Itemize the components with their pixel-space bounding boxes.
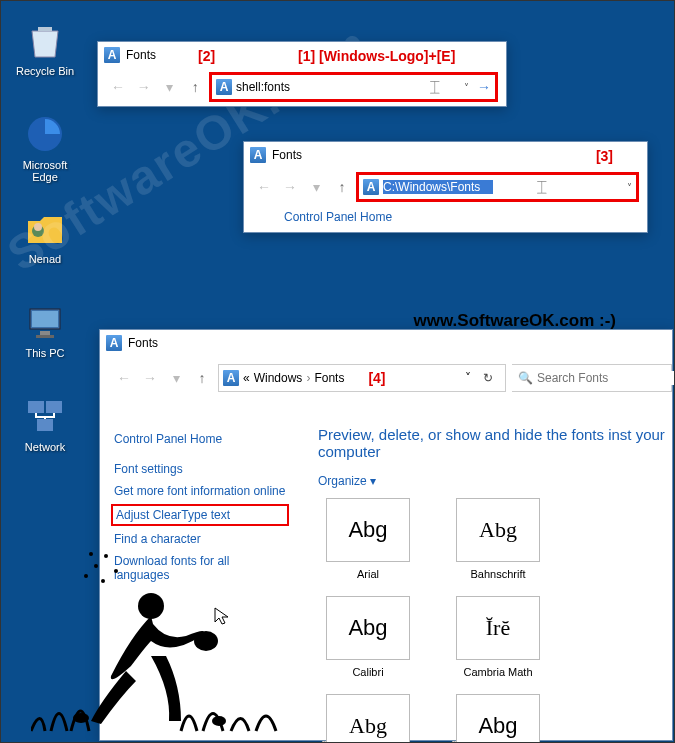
annotation-1: [1] [Windows-Logo]+[E] <box>298 48 455 64</box>
fonts-a-icon: A <box>223 370 239 386</box>
annotation-4: [4] <box>368 370 385 386</box>
font-item-arial[interactable]: AbgArial <box>318 498 418 580</box>
fonts-folder-icon: A <box>250 147 266 163</box>
desktop-icon-network[interactable]: Network <box>9 395 81 453</box>
softwareok-caption: www.SoftwareOK.com :-) <box>414 311 616 331</box>
font-thumbnail: Abg <box>456 694 540 743</box>
desktop-icon-label: Microsoft Edge <box>9 159 81 183</box>
address-bar[interactable]: A ⌶ ˅ → <box>211 74 496 100</box>
nav-forward-button[interactable]: → <box>134 79 154 95</box>
chevron-right-icon: › <box>306 371 310 385</box>
svg-point-12 <box>94 564 98 568</box>
sidebar-link-get-more-font-information-online[interactable]: Get more font information online <box>114 480 286 502</box>
nav-back-button[interactable]: ← <box>108 79 128 95</box>
svg-point-17 <box>89 552 93 556</box>
breadcrumb-seg-fonts[interactable]: Fonts <box>314 371 344 385</box>
network-icon <box>24 395 66 437</box>
font-item-candara[interactable]: AbgCandara <box>318 694 418 743</box>
address-bar[interactable]: A ⌶ ˅ <box>358 174 637 200</box>
go-arrow-icon[interactable]: → <box>477 79 491 95</box>
nav-up-button[interactable]: ↑ <box>185 79 205 95</box>
font-thumbnail: Abg <box>326 498 410 562</box>
this-pc-icon <box>24 301 66 343</box>
address-input[interactable] <box>383 180 493 194</box>
organize-menu[interactable]: Organize ▾ <box>318 474 672 488</box>
breadcrumb[interactable]: A « Windows › Fonts [4] ˅ ↻ <box>218 364 506 392</box>
fonts-folder-icon: A <box>104 47 120 63</box>
svg-point-18 <box>73 713 89 723</box>
recycle-bin-icon <box>24 19 66 61</box>
search-box[interactable]: 🔍 <box>512 364 672 392</box>
font-thumbnail: Abg <box>456 498 540 562</box>
desktop-icon-label: Network <box>9 441 81 453</box>
titlebar[interactable]: A Fonts <box>100 330 672 356</box>
text-cursor-icon: ⌶ <box>430 78 440 96</box>
font-item-calibri[interactable]: AbgCalibri <box>318 596 418 678</box>
font-item-comic-sans-ms[interactable]: AbgComic Sans MS <box>448 694 548 743</box>
content-pane: Preview, delete, or show and hide the fo… <box>310 420 672 740</box>
sidebar-link-adjust-cleartype-text[interactable]: Adjust ClearType text <box>111 504 289 526</box>
chevron-down-icon[interactable]: ˅ <box>464 82 469 93</box>
user-folder-icon <box>24 207 66 249</box>
desktop-icon-this-pc[interactable]: This PC <box>9 301 81 359</box>
desktop-icon-label: Nenad <box>9 253 81 265</box>
desktop-icon-label: Recycle Bin <box>9 65 81 77</box>
window-title: Fonts <box>128 336 158 350</box>
refresh-button[interactable]: ↻ <box>475 371 501 385</box>
svg-rect-4 <box>32 311 58 327</box>
nav-recent-button[interactable]: ▾ <box>166 370 186 386</box>
nav-back-button[interactable]: ← <box>254 179 274 195</box>
font-name-label: Calibri <box>318 666 418 678</box>
desktop-icon-nenad[interactable]: Nenad <box>9 207 81 265</box>
svg-rect-6 <box>36 335 54 338</box>
search-icon: 🔍 <box>518 371 533 385</box>
font-thumbnail: Ĭrĕ <box>456 596 540 660</box>
svg-point-19 <box>212 716 226 726</box>
sidebar-link-font-settings[interactable]: Font settings <box>114 458 286 480</box>
address-input[interactable] <box>236 80 386 94</box>
svg-point-11 <box>194 631 218 651</box>
chevron-down-icon[interactable]: ˅ <box>627 182 632 193</box>
window-title: Fonts <box>126 48 156 62</box>
annotation-2: [2] <box>198 48 215 64</box>
content-headline: Preview, delete, or show and hide the fo… <box>318 426 672 460</box>
font-thumbnail: Abg <box>326 596 410 660</box>
fonts-folder-icon: A <box>106 335 122 351</box>
control-panel-home-link[interactable]: Control Panel Home <box>114 432 286 446</box>
explorer-window-2: A Fonts [3] ← → ▾ ↑ A ⌶ ˅ Control Panel … <box>243 141 648 233</box>
decorative-silhouette <box>31 546 291 741</box>
edge-icon <box>24 113 66 155</box>
svg-rect-8 <box>46 401 62 413</box>
font-item-cambria-math[interactable]: ĬrĕCambria Math <box>448 596 548 678</box>
chevron-down-icon[interactable]: ˅ <box>465 371 471 385</box>
nav-forward-button[interactable]: → <box>140 370 160 386</box>
search-input[interactable] <box>537 371 675 385</box>
svg-point-15 <box>114 569 118 573</box>
svg-rect-7 <box>28 401 44 413</box>
nav-recent-button[interactable]: ▾ <box>306 179 326 195</box>
nav-forward-button[interactable]: → <box>280 179 300 195</box>
text-cursor-icon: ⌶ <box>537 178 547 196</box>
nav-recent-button[interactable]: ▾ <box>160 79 180 95</box>
breadcrumb-seg-windows[interactable]: Windows <box>254 371 303 385</box>
nav-up-button[interactable]: ↑ <box>332 179 352 195</box>
nav-back-button[interactable]: ← <box>114 370 134 386</box>
desktop-icon-recycle-bin[interactable]: Recycle Bin <box>9 19 81 77</box>
control-panel-home-link[interactable]: Control Panel Home <box>244 206 647 232</box>
font-name-label: Cambria Math <box>448 666 548 678</box>
svg-rect-5 <box>40 331 50 335</box>
explorer-window-1: A Fonts [2] [1] [Windows-Logo]+[E] ← → ▾… <box>97 41 507 107</box>
desktop-icon-microsoft-edge[interactable]: Microsoft Edge <box>9 113 81 183</box>
fonts-a-icon: A <box>363 179 379 195</box>
nav-up-button[interactable]: ↑ <box>192 370 212 386</box>
svg-point-14 <box>84 574 88 578</box>
font-name-label: Arial <box>318 568 418 580</box>
svg-point-10 <box>138 593 164 619</box>
titlebar[interactable]: A Fonts <box>244 142 647 168</box>
svg-rect-9 <box>37 419 53 431</box>
breadcrumb-root[interactable]: « <box>243 371 250 385</box>
font-name-label: Bahnschrift <box>448 568 548 580</box>
font-thumbnail: Abg <box>326 694 410 743</box>
font-item-bahnschrift[interactable]: AbgBahnschrift <box>448 498 548 580</box>
window-title: Fonts <box>272 148 302 162</box>
